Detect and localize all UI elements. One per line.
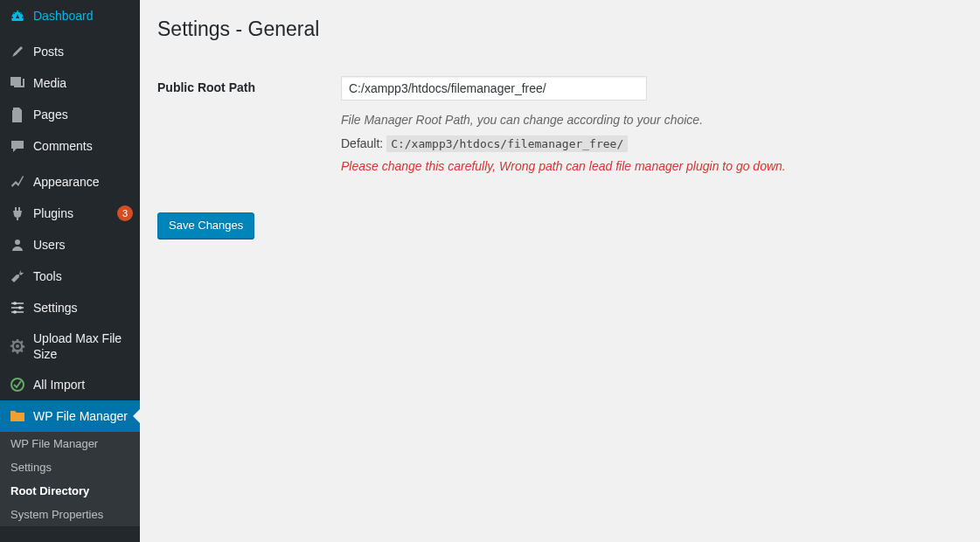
menu-label: Upload Max File Size	[33, 330, 133, 362]
root-path-input[interactable]	[341, 76, 647, 101]
sidebar-item-all-import[interactable]: All Import	[0, 369, 140, 400]
sidebar-item-posts[interactable]: Posts	[0, 36, 140, 67]
settings-icon	[9, 299, 26, 316]
menu-label: Posts	[33, 44, 133, 59]
admin-sidebar: Dashboard Posts Media Pages Comments App…	[0, 0, 140, 542]
main-content: Settings - General Public Root Path File…	[140, 0, 980, 542]
sidebar-item-appearance[interactable]: Appearance	[0, 166, 140, 198]
sidebar-item-dashboard[interactable]: Dashboard	[0, 0, 140, 31]
svg-point-6	[13, 310, 17, 314]
sidebar-item-settings[interactable]: Settings	[0, 292, 140, 323]
save-changes-button[interactable]: Save Changes	[157, 212, 254, 239]
dashboard-icon	[9, 7, 26, 24]
sidebar-item-plugins[interactable]: Plugins 3	[0, 198, 140, 229]
sidebar-item-tools[interactable]: Tools	[0, 261, 140, 292]
users-icon	[9, 236, 26, 254]
submenu-item-settings[interactable]: Settings	[0, 455, 140, 479]
plugins-icon	[9, 205, 26, 222]
menu-label: Comments	[33, 138, 133, 154]
menu-label: Users	[33, 237, 133, 253]
pin-icon	[9, 43, 26, 60]
menu-label: WP File Manager	[33, 408, 133, 424]
warning-text: Please change this carefully, Wrong path…	[341, 159, 954, 173]
sidebar-item-wp-file-manager[interactable]: WP File Manager	[0, 400, 140, 432]
sidebar-item-media[interactable]: Media	[0, 67, 140, 99]
menu-label: Plugins	[33, 205, 113, 221]
comments-icon	[9, 137, 26, 155]
pages-icon	[9, 106, 26, 123]
settings-form: Public Root Path File Manager Root Path,…	[157, 63, 963, 186]
sidebar-item-pages[interactable]: Pages	[0, 99, 140, 130]
menu-label: Pages	[33, 107, 133, 122]
menu-label: Settings	[33, 300, 133, 316]
gear-icon	[9, 337, 26, 355]
default-line: Default: C:/xampp3/htdocs/filemanager_fr…	[341, 136, 954, 150]
root-path-row: Public Root Path File Manager Root Path,…	[157, 63, 963, 186]
page-title: Settings - General	[157, 9, 963, 45]
tools-icon	[9, 268, 26, 285]
root-path-label: Public Root Path	[157, 63, 332, 186]
import-icon	[9, 376, 26, 393]
plugins-update-badge: 3	[117, 205, 133, 221]
svg-point-0	[15, 240, 20, 245]
submenu: WP File Manager Settings Root Directory …	[0, 432, 140, 526]
appearance-icon	[9, 173, 26, 191]
menu-label: Media	[33, 75, 133, 91]
default-value: C:/xampp3/htdocs/filemanager_free/	[386, 136, 628, 152]
menu-label: Tools	[33, 268, 133, 284]
folder-icon	[9, 407, 26, 425]
sidebar-item-comments[interactable]: Comments	[0, 130, 140, 162]
svg-point-5	[18, 306, 22, 309]
menu-label: Dashboard	[33, 8, 133, 24]
submenu-item-system-properties[interactable]: System Properties	[0, 503, 140, 526]
submenu-item-wp-file-manager[interactable]: WP File Manager	[0, 432, 140, 455]
menu-label: Appearance	[33, 174, 133, 190]
root-path-field: File Manager Root Path, you can change a…	[332, 63, 963, 186]
svg-point-4	[13, 302, 17, 305]
sidebar-item-upload-max[interactable]: Upload Max File Size	[0, 323, 140, 369]
default-prefix: Default:	[341, 136, 386, 150]
media-icon	[9, 74, 26, 92]
root-path-description: File Manager Root Path, you can change a…	[341, 111, 954, 129]
sidebar-item-users[interactable]: Users	[0, 229, 140, 261]
submenu-item-root-directory[interactable]: Root Directory	[0, 479, 140, 503]
menu-label: All Import	[33, 377, 133, 393]
